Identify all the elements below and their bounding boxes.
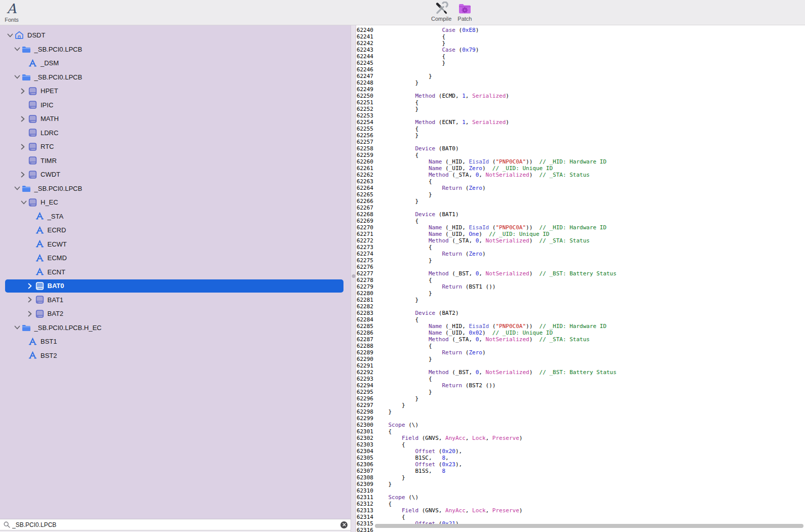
tree-item-ipic[interactable]: IPIC	[0, 98, 351, 112]
device-icon	[35, 282, 44, 290]
method-icon	[35, 268, 44, 276]
chevron-right-icon[interactable]	[21, 88, 28, 94]
chevron-right-icon[interactable]	[28, 311, 35, 317]
search-icon	[4, 521, 10, 528]
tree-item-timr[interactable]: TIMR	[0, 154, 351, 168]
folder-icon	[22, 73, 31, 81]
patch-button-label: Patch	[457, 16, 472, 22]
fonts-icon: A	[7, 1, 17, 17]
tree-item--sb-pci0-lpcb[interactable]: _SB.PCI0.LPCB	[0, 43, 351, 57]
toolbar: A Fonts Compile	[0, 0, 805, 25]
compile-button[interactable]: Compile	[431, 1, 451, 22]
acpi-object-tree: DSDT_SB.PCI0.LPCB_DSM_SB.PCI0.LPCBHPETIP…	[0, 25, 351, 519]
tree-item-label: _STA	[48, 213, 64, 220]
tree-item-label: DSDT	[27, 31, 45, 39]
tree-item-ecmd[interactable]: ECMD	[0, 251, 351, 265]
method-icon	[28, 59, 37, 67]
line-numbers: 62240 62241 62242 62243 62244 62245 6224…	[356, 25, 373, 532]
chevron-down-icon[interactable]	[7, 33, 15, 37]
tree-item-bat0[interactable]: BAT0	[0, 279, 351, 293]
chevron-down-icon[interactable]	[14, 47, 22, 51]
tree-item-label: ECNT	[48, 268, 65, 276]
tree-item-cwdt[interactable]: CWDT	[0, 168, 351, 182]
device-icon	[28, 101, 37, 109]
tree-item-label: BAT2	[48, 310, 64, 317]
device-icon	[28, 115, 37, 123]
chevron-down-icon[interactable]	[14, 75, 22, 79]
device-icon	[28, 129, 37, 137]
tree-item-bat1[interactable]: BAT1	[0, 293, 351, 307]
tree-item-label: H_EC	[41, 198, 58, 206]
method-icon	[35, 254, 44, 262]
chevron-down-icon[interactable]	[14, 186, 22, 190]
device-icon	[28, 143, 37, 151]
folder-icon	[22, 185, 31, 192]
tree-item-label: BAT1	[48, 296, 64, 304]
patch-button[interactable]: Patch	[457, 1, 472, 22]
device-icon	[28, 156, 37, 165]
compile-button-label: Compile	[431, 16, 451, 22]
code-editor[interactable]: 62240 62241 62242 62243 62244 62245 6224…	[356, 25, 805, 532]
chevron-down-icon[interactable]	[21, 200, 28, 204]
tree-item-label: _DSM	[41, 59, 59, 67]
tree-item-math[interactable]: MATH	[0, 112, 351, 126]
tree-item-label: ECWT	[48, 240, 67, 248]
tree-item-label: _SB.PCI0.LPCB	[34, 185, 83, 192]
fonts-button-label: Fonts	[5, 17, 19, 23]
tree-item-label: _SB.PCI0.LPCB	[34, 73, 83, 81]
tree-item-label: _SB.PCI0.LPCB.H_EC	[34, 324, 102, 332]
tree-item-bat2[interactable]: BAT2	[0, 307, 351, 321]
clear-search-button[interactable]	[340, 521, 348, 528]
tree-item--dsm[interactable]: _DSM	[0, 56, 351, 70]
chevron-right-icon[interactable]	[28, 297, 35, 303]
tree-item-label: TIMR	[41, 157, 57, 165]
tree-item--sb-pci0-lpcb[interactable]: _SB.PCI0.LPCB	[0, 70, 351, 85]
tree-item-label: ECRD	[48, 226, 66, 234]
sidebar: DSDT_SB.PCI0.LPCB_DSM_SB.PCI0.LPCBHPETIP…	[0, 25, 351, 532]
tree-item-label: IPIC	[41, 101, 53, 109]
tree-item-label: _SB.PCI0.LPCB	[34, 46, 83, 53]
device-icon	[28, 171, 37, 179]
splitter-handle-icon	[352, 274, 355, 278]
tree-item-ldrc[interactable]: LDRC	[0, 126, 351, 140]
method-icon	[35, 240, 44, 248]
device-icon	[28, 198, 37, 207]
device-icon	[28, 87, 37, 95]
tree-item-ecrd[interactable]: ECRD	[0, 223, 351, 237]
tree-item-h-ec[interactable]: H_EC	[0, 195, 351, 210]
tree-item-label: LDRC	[41, 129, 58, 137]
tree-item-rtc[interactable]: RTC	[0, 140, 351, 154]
folder-icon	[22, 46, 31, 53]
tree-item-bst2[interactable]: BST2	[0, 349, 351, 363]
fonts-button[interactable]: A Fonts	[3, 1, 20, 23]
search-bar	[0, 519, 351, 530]
method-icon	[28, 351, 37, 359]
chevron-right-icon[interactable]	[21, 116, 28, 122]
tree-item-ecnt[interactable]: ECNT	[0, 265, 351, 279]
horizontal-scrollbar-thumb[interactable]	[375, 524, 803, 528]
tree-item-label: BST2	[41, 352, 57, 359]
chevron-right-icon[interactable]	[21, 172, 28, 178]
chevron-down-icon[interactable]	[14, 325, 22, 330]
horizontal-scrollbar[interactable]	[375, 524, 803, 528]
tree-item-label: MATH	[41, 115, 59, 122]
pane-splitter[interactable]	[351, 25, 356, 532]
tree-item-dsdt[interactable]: DSDT	[0, 28, 351, 43]
device-icon	[35, 310, 44, 318]
chevron-right-icon[interactable]	[21, 144, 28, 150]
tree-item-hpet[interactable]: HPET	[0, 84, 351, 98]
search-input[interactable]	[10, 521, 340, 528]
code-content[interactable]: Case (0xE8) { } Case (0x79) { } } } Meth…	[375, 25, 805, 532]
patch-folder-gear-icon	[458, 1, 472, 16]
chevron-right-icon[interactable]	[28, 283, 35, 289]
tree-item-ecwt[interactable]: ECWT	[0, 237, 351, 252]
tree-item--sta[interactable]: _STA	[0, 210, 351, 224]
tree-item-bst1[interactable]: BST1	[0, 335, 351, 349]
device-icon	[35, 296, 44, 304]
folder-icon	[22, 324, 31, 332]
tree-item-label: BAT0	[48, 282, 64, 290]
tree-item--sb-pci0-lpcb-h-ec[interactable]: _SB.PCI0.LPCB.H_EC	[0, 321, 351, 335]
tree-item-label: BST1	[41, 338, 57, 345]
tree-item--sb-pci0-lpcb[interactable]: _SB.PCI0.LPCB	[0, 182, 351, 196]
toolbar-center-group: Compile Patch	[431, 1, 472, 22]
